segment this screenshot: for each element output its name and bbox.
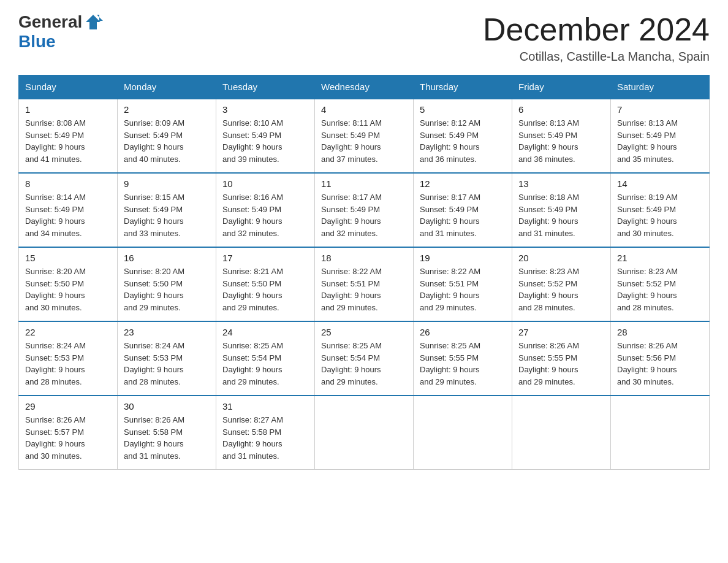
calendar-day-cell: 19Sunrise: 8:22 AMSunset: 5:51 PMDayligh… (414, 247, 512, 321)
day-info: Sunrise: 8:15 AMSunset: 5:49 PMDaylight:… (124, 191, 210, 239)
calendar-day-cell: 2Sunrise: 8:09 AMSunset: 5:49 PMDaylight… (118, 99, 216, 173)
day-info: Sunrise: 8:22 AMSunset: 5:51 PMDaylight:… (321, 266, 407, 313)
day-number: 9 (124, 178, 210, 189)
logo: General Blue (18, 12, 104, 52)
day-number: 7 (617, 104, 703, 115)
day-info: Sunrise: 8:26 AMSunset: 5:57 PMDaylight:… (25, 414, 111, 462)
day-number: 6 (518, 104, 604, 115)
day-number: 21 (617, 253, 703, 263)
weekday-header: Wednesday (315, 75, 414, 99)
day-number: 17 (222, 253, 308, 263)
calendar-day-cell: 10Sunrise: 8:16 AMSunset: 5:49 PMDayligh… (216, 173, 315, 247)
day-number: 12 (420, 178, 506, 189)
day-info: Sunrise: 8:25 AMSunset: 5:54 PMDaylight:… (222, 340, 308, 388)
weekday-header: Saturday (611, 75, 710, 99)
calendar-day-cell (611, 396, 710, 470)
calendar-day-cell (315, 396, 414, 470)
day-info: Sunrise: 8:22 AMSunset: 5:51 PMDaylight:… (420, 266, 506, 313)
calendar-day-cell: 29Sunrise: 8:26 AMSunset: 5:57 PMDayligh… (19, 396, 118, 470)
day-number: 25 (321, 327, 407, 337)
calendar-day-cell: 25Sunrise: 8:25 AMSunset: 5:54 PMDayligh… (315, 321, 414, 396)
calendar-day-cell: 14Sunrise: 8:19 AMSunset: 5:49 PMDayligh… (611, 173, 710, 247)
day-number: 2 (124, 104, 210, 115)
day-info: Sunrise: 8:23 AMSunset: 5:52 PMDaylight:… (617, 266, 703, 313)
calendar-week-row: 29Sunrise: 8:26 AMSunset: 5:57 PMDayligh… (19, 396, 710, 470)
calendar-day-cell: 27Sunrise: 8:26 AMSunset: 5:55 PMDayligh… (512, 321, 611, 396)
calendar-day-cell: 6Sunrise: 8:13 AMSunset: 5:49 PMDaylight… (512, 99, 611, 173)
day-info: Sunrise: 8:25 AMSunset: 5:55 PMDaylight:… (420, 340, 506, 388)
day-number: 26 (420, 327, 506, 337)
day-number: 11 (321, 178, 407, 189)
calendar-day-cell: 24Sunrise: 8:25 AMSunset: 5:54 PMDayligh… (216, 321, 315, 396)
day-number: 1 (25, 104, 111, 115)
calendar-day-cell: 4Sunrise: 8:11 AMSunset: 5:49 PMDaylight… (315, 99, 414, 173)
calendar-day-cell: 15Sunrise: 8:20 AMSunset: 5:50 PMDayligh… (19, 247, 118, 321)
calendar-day-cell: 9Sunrise: 8:15 AMSunset: 5:49 PMDaylight… (118, 173, 216, 247)
day-number: 31 (222, 401, 308, 412)
calendar-day-cell: 8Sunrise: 8:14 AMSunset: 5:49 PMDaylight… (19, 173, 118, 247)
day-number: 4 (321, 104, 407, 115)
calendar-day-cell (414, 396, 512, 470)
day-number: 15 (25, 253, 111, 263)
day-number: 19 (420, 253, 506, 263)
day-info: Sunrise: 8:14 AMSunset: 5:49 PMDaylight:… (25, 191, 111, 239)
svg-marker-0 (86, 15, 100, 29)
calendar-day-cell: 13Sunrise: 8:18 AMSunset: 5:49 PMDayligh… (512, 173, 611, 247)
day-number: 28 (617, 327, 703, 337)
day-info: Sunrise: 8:16 AMSunset: 5:49 PMDaylight:… (222, 191, 308, 239)
weekday-header: Monday (118, 75, 216, 99)
calendar-day-cell: 12Sunrise: 8:17 AMSunset: 5:49 PMDayligh… (414, 173, 512, 247)
day-number: 16 (124, 253, 210, 263)
day-number: 10 (222, 178, 308, 189)
day-info: Sunrise: 8:26 AMSunset: 5:55 PMDaylight:… (518, 340, 604, 388)
title-block: December 2024 Cotillas, Castille-La Manc… (483, 12, 710, 64)
day-number: 27 (518, 327, 604, 337)
calendar-day-cell: 26Sunrise: 8:25 AMSunset: 5:55 PMDayligh… (414, 321, 512, 396)
day-info: Sunrise: 8:24 AMSunset: 5:53 PMDaylight:… (124, 340, 210, 388)
day-number: 5 (420, 104, 506, 115)
logo-blue-text: Blue (18, 32, 56, 51)
calendar-week-row: 22Sunrise: 8:24 AMSunset: 5:53 PMDayligh… (19, 321, 710, 396)
day-number: 20 (518, 253, 604, 263)
calendar-day-cell: 20Sunrise: 8:23 AMSunset: 5:52 PMDayligh… (512, 247, 611, 321)
day-info: Sunrise: 8:08 AMSunset: 5:49 PMDaylight:… (25, 117, 111, 165)
calendar-day-cell: 3Sunrise: 8:10 AMSunset: 5:49 PMDaylight… (216, 99, 315, 173)
day-info: Sunrise: 8:25 AMSunset: 5:54 PMDaylight:… (321, 340, 407, 388)
day-info: Sunrise: 8:11 AMSunset: 5:49 PMDaylight:… (321, 117, 407, 165)
day-number: 22 (25, 327, 111, 337)
day-info: Sunrise: 8:27 AMSunset: 5:58 PMDaylight:… (222, 414, 308, 462)
month-title: December 2024 (483, 12, 710, 47)
day-info: Sunrise: 8:23 AMSunset: 5:52 PMDaylight:… (518, 266, 604, 313)
day-info: Sunrise: 8:17 AMSunset: 5:49 PMDaylight:… (420, 191, 506, 239)
day-number: 23 (124, 327, 210, 337)
calendar-day-cell: 17Sunrise: 8:21 AMSunset: 5:50 PMDayligh… (216, 247, 315, 321)
calendar-day-cell: 16Sunrise: 8:20 AMSunset: 5:50 PMDayligh… (118, 247, 216, 321)
logo-general-text: General (18, 12, 82, 32)
day-info: Sunrise: 8:20 AMSunset: 5:50 PMDaylight:… (25, 266, 111, 313)
calendar-day-cell: 5Sunrise: 8:12 AMSunset: 5:49 PMDaylight… (414, 99, 512, 173)
calendar-header-row: SundayMondayTuesdayWednesdayThursdayFrid… (19, 75, 710, 99)
day-number: 18 (321, 253, 407, 263)
day-number: 29 (25, 401, 111, 412)
page-header: General Blue December 2024 Cotillas, Cas… (18, 12, 710, 64)
day-info: Sunrise: 8:12 AMSunset: 5:49 PMDaylight:… (420, 117, 506, 165)
weekday-header: Tuesday (216, 75, 315, 99)
weekday-header: Sunday (19, 75, 118, 99)
day-info: Sunrise: 8:13 AMSunset: 5:49 PMDaylight:… (518, 117, 604, 165)
location-subtitle: Cotillas, Castille-La Mancha, Spain (483, 50, 710, 64)
calendar-day-cell: 7Sunrise: 8:13 AMSunset: 5:49 PMDaylight… (611, 99, 710, 173)
day-info: Sunrise: 8:26 AMSunset: 5:56 PMDaylight:… (617, 340, 703, 388)
calendar-table: SundayMondayTuesdayWednesdayThursdayFrid… (18, 75, 710, 470)
day-number: 30 (124, 401, 210, 412)
day-info: Sunrise: 8:21 AMSunset: 5:50 PMDaylight:… (222, 266, 308, 313)
day-info: Sunrise: 8:26 AMSunset: 5:58 PMDaylight:… (124, 414, 210, 462)
calendar-day-cell: 11Sunrise: 8:17 AMSunset: 5:49 PMDayligh… (315, 173, 414, 247)
calendar-day-cell: 21Sunrise: 8:23 AMSunset: 5:52 PMDayligh… (611, 247, 710, 321)
day-info: Sunrise: 8:17 AMSunset: 5:49 PMDaylight:… (321, 191, 407, 239)
calendar-day-cell: 18Sunrise: 8:22 AMSunset: 5:51 PMDayligh… (315, 247, 414, 321)
calendar-day-cell: 22Sunrise: 8:24 AMSunset: 5:53 PMDayligh… (19, 321, 118, 396)
day-number: 14 (617, 178, 703, 189)
day-info: Sunrise: 8:20 AMSunset: 5:50 PMDaylight:… (124, 266, 210, 313)
day-info: Sunrise: 8:09 AMSunset: 5:49 PMDaylight:… (124, 117, 210, 165)
day-number: 8 (25, 178, 111, 189)
